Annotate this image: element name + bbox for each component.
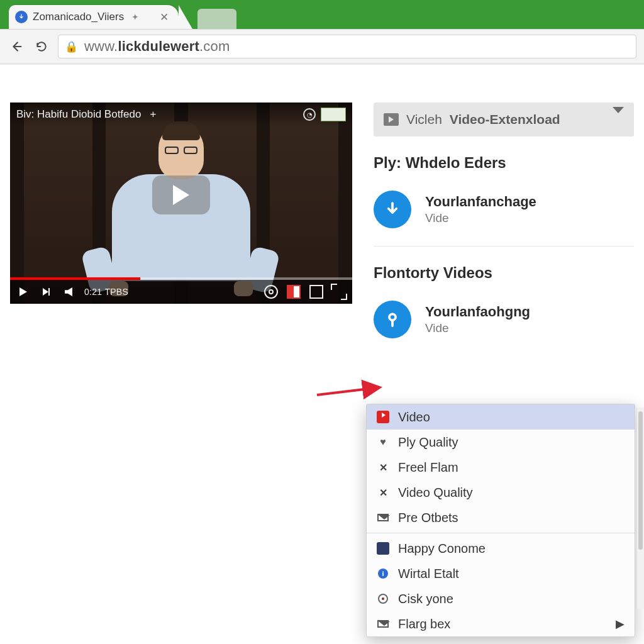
- reload-button[interactable]: [33, 38, 50, 55]
- x-icon: ✕: [377, 461, 389, 474]
- menu-item-video[interactable]: Video: [367, 404, 635, 430]
- mail-icon: [377, 511, 389, 524]
- browser-tab-inactive[interactable]: [197, 9, 236, 29]
- back-button[interactable]: [8, 38, 25, 55]
- play-button[interactable]: [16, 285, 30, 299]
- youtube-icon: [377, 411, 389, 423]
- info-icon: i: [377, 567, 389, 580]
- video-title: Biv: Habifu Diobid Botfedo: [16, 108, 141, 121]
- time-display: 0:21 TPBS: [84, 287, 128, 297]
- context-menu: Video ♥ Ply Quality ✕ Freel Flam ✕ Video…: [366, 404, 635, 637]
- mini-preview-icon[interactable]: [321, 108, 346, 121]
- download-item[interactable]: Yourlanfaohgng Vide: [374, 293, 634, 351]
- panel-header-bold: Video-Extenxload: [450, 112, 560, 127]
- panel-header-light: Vicleh: [406, 112, 442, 127]
- menu-label: Ply Quality: [398, 435, 458, 450]
- menu-label: Pre Otbets: [398, 511, 458, 525]
- menu-item[interactable]: Cisk yone: [367, 586, 635, 611]
- video-file-icon: [384, 113, 399, 126]
- menu-item[interactable]: Pre Otbets: [367, 505, 635, 530]
- extension-panel: Vicleh Video-Extenxload Ply: Whdelo Eder…: [374, 103, 634, 351]
- settings-gear-icon[interactable]: [264, 285, 278, 299]
- panel-header[interactable]: Vicleh Video-Extenxload: [374, 103, 634, 136]
- menu-label: Cisk yone: [398, 592, 453, 606]
- x-icon: ✕: [377, 486, 389, 499]
- site-info-icon[interactable]: 🔒: [65, 40, 78, 53]
- plus-icon[interactable]: +: [150, 108, 156, 121]
- menu-label: Video: [398, 410, 430, 425]
- menu-label: Flarg bex: [398, 617, 450, 631]
- theater-mode-icon[interactable]: [309, 285, 323, 299]
- item-subtitle: Vide: [425, 321, 530, 335]
- page-body: Biv: Habifu Diobid Botfedo + ◔ 0:21 TPBS…: [0, 64, 644, 351]
- tab-title: Zomanicado_Viiers: [33, 11, 124, 23]
- item-title: Yourlanfanchage: [425, 194, 536, 210]
- captions-icon[interactable]: [287, 285, 301, 299]
- section-title: Ply: Whdelo Eders: [374, 154, 634, 172]
- menu-item[interactable]: ✕ Video Quality: [367, 480, 635, 505]
- menu-label: Happy Conome: [398, 541, 486, 556]
- watch-later-icon[interactable]: ◔: [303, 108, 316, 121]
- menu-separator: [367, 533, 635, 533]
- heart-icon: ♥: [377, 436, 389, 448]
- volume-button[interactable]: [62, 285, 75, 299]
- video-title-overlay: Biv: Habifu Diobid Botfedo + ◔: [10, 103, 352, 126]
- chevron-right-icon: ▶: [616, 617, 625, 631]
- section-title: Flontorty Videos: [374, 264, 634, 282]
- menu-label: Freel Flam: [398, 460, 458, 475]
- menu-label: Wirtal Etalt: [398, 567, 459, 581]
- item-subtitle: Vide: [425, 211, 536, 225]
- next-button[interactable]: [39, 285, 53, 299]
- eye-icon: [377, 592, 389, 605]
- dashboard-icon: [377, 542, 389, 555]
- play-button-large[interactable]: [152, 175, 210, 214]
- pin-icon: [374, 301, 411, 338]
- download-item[interactable]: Yourlanfanchage Vide: [374, 183, 634, 241]
- browser-tab-active[interactable]: Zomanicado_Viiers ✦ ✕: [9, 5, 179, 29]
- close-tab-button[interactable]: ✕: [156, 11, 172, 24]
- menu-item-submenu[interactable]: Flarg bex ▶: [367, 611, 635, 636]
- menu-item[interactable]: i Wirtal Etalt: [367, 561, 635, 586]
- mail-icon: [377, 618, 389, 630]
- svg-line-1: [317, 387, 380, 395]
- video-player[interactable]: Biv: Habifu Diobid Botfedo + ◔ 0:21 TPBS: [10, 103, 352, 304]
- divider: [374, 246, 634, 247]
- download-arrow-favicon: [15, 11, 28, 23]
- chevron-down-icon[interactable]: [613, 113, 624, 126]
- scrollbar[interactable]: [636, 408, 644, 609]
- menu-item[interactable]: Happy Conome: [367, 536, 635, 561]
- item-title: Yourlanfaohgng: [425, 304, 530, 320]
- download-arrow-icon: [374, 191, 411, 228]
- menu-item[interactable]: ♥ Ply Quality: [367, 430, 635, 455]
- url-text: www.lickdulewert.com: [84, 38, 230, 55]
- menu-label: Video Quality: [398, 486, 473, 500]
- address-bar[interactable]: 🔒 www.lickdulewert.com: [58, 35, 636, 58]
- browser-toolbar: 🔒 www.lickdulewert.com: [0, 29, 644, 64]
- menu-item[interactable]: ✕ Freel Flam: [367, 455, 635, 480]
- audio-icon: ✦: [131, 12, 139, 22]
- fullscreen-icon[interactable]: [332, 285, 346, 299]
- tab-strip: Zomanicado_Viiers ✦ ✕: [0, 0, 644, 29]
- video-controls: 0:21 TPBS: [10, 280, 352, 304]
